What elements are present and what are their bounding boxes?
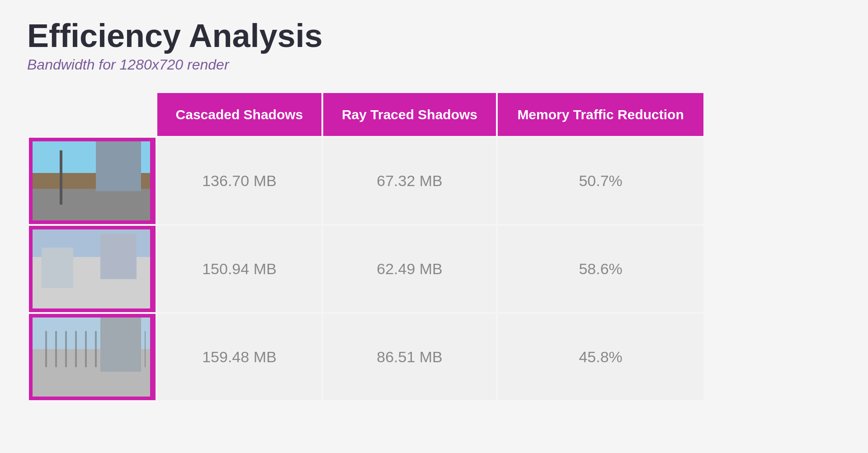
cascaded-shadows-value-2: 150.94 MB [157,226,321,312]
scene-thumbnail-3 [33,318,150,397]
table-row: 159.48 MB 86.51 MB 45.8% [29,314,703,400]
memory-traffic-value-2: 58.6% [498,226,703,312]
scene-thumbnail-1 [33,141,150,220]
page-title: Efficiency Analysis [27,18,705,54]
table-header-memory-traffic: Memory Traffic Reduction [498,93,703,136]
page-subtitle: Bandwidth for 1280x720 render [27,56,705,73]
ray-traced-shadows-value-1: 67.32 MB [323,138,496,224]
efficiency-table: Cascaded Shadows Ray Traced Shadows Memo… [27,91,705,402]
memory-traffic-value-1: 50.7% [498,138,703,224]
table-header-ray-traced-shadows: Ray Traced Shadows [323,93,496,136]
scene-thumbnail-2 [33,229,150,308]
table-header-cascaded-shadows: Cascaded Shadows [157,93,321,136]
table-header-empty [29,93,156,136]
memory-traffic-value-3: 45.8% [498,314,703,400]
scene-image-cell-1 [29,138,156,224]
ray-traced-shadows-value-3: 86.51 MB [323,314,496,400]
scene-image-cell-3 [29,314,156,400]
table-row: 136.70 MB 67.32 MB 50.7% [29,138,703,224]
table-row: 150.94 MB 62.49 MB 58.6% [29,226,703,312]
cascaded-shadows-value-3: 159.48 MB [157,314,321,400]
cascaded-shadows-value-1: 136.70 MB [157,138,321,224]
ray-traced-shadows-value-2: 62.49 MB [323,226,496,312]
page-container: Efficiency Analysis Bandwidth for 1280x7… [27,18,705,402]
scene-image-cell-2 [29,226,156,312]
